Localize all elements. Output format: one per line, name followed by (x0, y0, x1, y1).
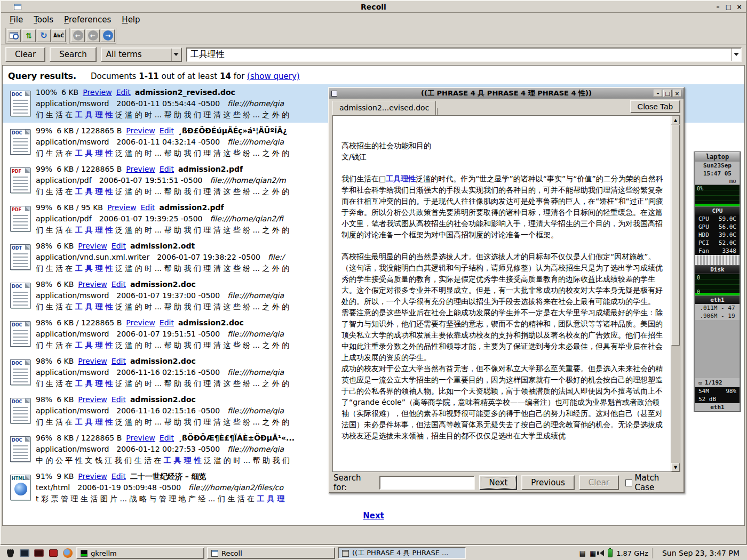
result-preview-link[interactable]: Preview (126, 165, 155, 173)
fan-value: 3348 (722, 247, 737, 255)
temp-row-gpu: GPU56.0C (695, 223, 740, 231)
preview-tab[interactable]: admission2...evised.doc (332, 101, 436, 115)
launcher-firefox[interactable] (62, 547, 74, 559)
next-page-link[interactable]: Next (357, 511, 390, 521)
minimize-button[interactable]: – (713, 3, 722, 11)
temp-label: GPU (698, 223, 709, 231)
preview-find-input[interactable] (380, 477, 474, 490)
result-preview-link[interactable]: Preview (83, 88, 112, 97)
result-relevance: 99% (36, 126, 52, 135)
result-preview-link[interactable]: Preview (126, 126, 155, 135)
cpu-load-percent: 0% (697, 186, 703, 191)
close-button[interactable]: × (735, 3, 744, 11)
reload-button[interactable]: ↻ (37, 29, 51, 42)
launcher-monitor[interactable] (33, 547, 45, 559)
find-next-button[interactable]: Next (479, 475, 517, 490)
preview-scrollbar[interactable]: ▲ ▼ (671, 116, 680, 471)
result-preview-link[interactable]: Preview (78, 357, 107, 365)
battery-icon[interactable] (608, 549, 613, 557)
query-history-chevron-icon[interactable] (731, 49, 741, 61)
scrollbar-thumb[interactable] (671, 125, 680, 346)
menu-preferences[interactable]: Preferences (59, 13, 116, 26)
temp-value: 39.0C (719, 231, 736, 239)
result-title: admission2.pdf (160, 203, 224, 212)
file-type-icon: PDF (5, 167, 36, 193)
results-header: Query results. Documents 1-11 out of at … (3, 66, 744, 84)
preview-close-button[interactable]: × (673, 90, 681, 97)
result-preview-link[interactable]: Preview (107, 203, 137, 212)
sort-button[interactable]: ⇅ (22, 29, 36, 42)
launcher-window-manager[interactable] (4, 547, 16, 559)
launcher-package[interactable] (47, 547, 59, 559)
result-preview-link[interactable]: Preview (78, 242, 107, 250)
result-url: file:///home/qia (227, 368, 284, 377)
close-tab-button[interactable]: Close Tab (630, 100, 680, 113)
result-edit-link[interactable]: Edit (116, 88, 131, 97)
taskbar-item-preview[interactable]: ((工 PHRASE 4 具 PHRASE ... (338, 547, 466, 559)
krell-slider[interactable] (695, 255, 740, 266)
titlebar[interactable]: Recoll – □ × (1, 1, 746, 13)
result-edit-link[interactable]: Edit (160, 165, 174, 173)
result-edit-link[interactable]: Edit (112, 242, 126, 250)
menu-help[interactable]: Help (116, 13, 145, 26)
scroll-down-icon[interactable]: ▼ (671, 463, 680, 471)
menu-file[interactable]: File (4, 13, 28, 26)
result-edit-link[interactable]: Edit (112, 357, 126, 365)
term-explorer-button[interactable]: ÂbĈ (52, 29, 66, 42)
maximize-button[interactable]: □ (724, 3, 733, 11)
mail-icon: ✉ (698, 379, 702, 386)
result-preview-link[interactable]: Preview (78, 472, 107, 481)
result-edit-link[interactable]: Edit (112, 395, 126, 404)
result-preview-link[interactable]: Preview (78, 395, 107, 404)
first-page-button[interactable]: ← (71, 29, 85, 42)
result-title: admission2.odt (130, 242, 195, 250)
volume-value: 52 dB (698, 395, 716, 403)
grid-indicator-icon[interactable]: ▦ (590, 550, 596, 557)
result-edit-link[interactable]: Edit (160, 126, 174, 135)
result-relevance: 91% (36, 472, 52, 481)
taskbar-item-gkrellm[interactable]: gkrellm (76, 547, 204, 559)
menu-tools[interactable]: Tools (28, 13, 59, 26)
toolbar: ⇅ ↻ ÂbĈ ← ← → (1, 27, 746, 45)
result-edit-link[interactable]: Edit (160, 318, 174, 327)
result-preview-link[interactable]: Preview (126, 318, 155, 327)
launcher-terminal[interactable] (19, 547, 30, 559)
result-url: file:///home/qia (227, 445, 284, 453)
scroll-up-icon[interactable]: ▲ (671, 116, 680, 124)
result-preview-link[interactable]: Preview (78, 280, 107, 289)
result-edit-link[interactable]: Edit (160, 434, 174, 442)
result-edit-link[interactable]: Edit (112, 280, 126, 289)
disk-write-value: 0 (697, 289, 700, 295)
clear-button[interactable]: Clear (5, 47, 45, 62)
result-size: 6 KB / 95 KB (57, 203, 103, 212)
result-date: 2006-01-11 04:32:14 -0500 (116, 138, 220, 146)
task-label: gkrellm (91, 549, 117, 557)
search-mode-select[interactable]: All terms (101, 47, 182, 62)
query-input[interactable] (187, 50, 731, 60)
preview-text[interactable]: 高校招生的社会功能和目的 文/钱江我们生活在□工具理性泛滥的时代。作为“世之显学… (333, 116, 671, 471)
volume-icon[interactable] (600, 550, 604, 556)
temp-label: PCI (698, 239, 709, 247)
preview-maximize-button[interactable]: □ (663, 90, 672, 97)
prev-page-button[interactable]: ← (86, 29, 100, 42)
keyboard-indicator-icon[interactable]: ▤ (579, 550, 586, 557)
result-url: file:///home/qian2/files/co (188, 483, 283, 492)
next-page-button[interactable]: → (101, 29, 115, 42)
show-query-link[interactable]: (show query) (247, 71, 300, 81)
search-mode-value: All terms (106, 50, 142, 59)
result-size: 9 KB (57, 472, 74, 481)
match-case-checkbox[interactable] (625, 479, 632, 486)
result-preview-link[interactable]: Preview (126, 434, 155, 442)
find-clear-button[interactable]: Clear (579, 475, 619, 490)
result-edit-link[interactable]: Edit (112, 472, 126, 481)
preview-titlebar[interactable]: ((工 PHRASE 4 具 PHRASE 4 理 PHRASE 4 性)) –… (329, 88, 684, 99)
temp-row-pci: PCI52.0C (695, 239, 740, 247)
table-view-button[interactable] (7, 29, 21, 42)
preview-minimize-button[interactable]: – (654, 90, 662, 97)
result-edit-link[interactable]: Edit (140, 203, 155, 212)
find-previous-button[interactable]: Previous (521, 475, 574, 490)
file-type-icon: DOC (5, 436, 36, 462)
file-type-icon: PDF (5, 206, 36, 231)
search-button[interactable]: Search (50, 47, 97, 62)
taskbar-item-recoll[interactable]: Recoll (207, 547, 335, 559)
